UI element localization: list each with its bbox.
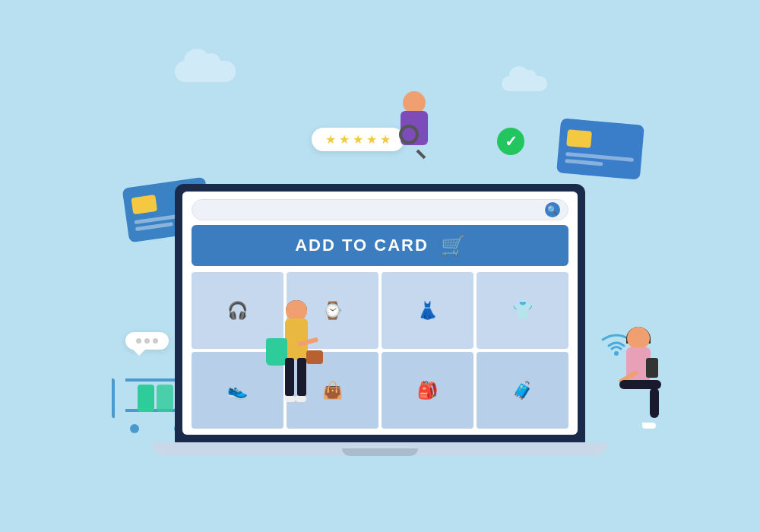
siw-legs — [619, 380, 665, 403]
star-3: ★ — [353, 132, 363, 147]
chat-dot-3 — [153, 338, 158, 344]
cloud-right — [502, 76, 547, 91]
chat-dot-2 — [144, 338, 150, 344]
siw-shoe — [642, 423, 656, 429]
siw-leg-vertical — [650, 388, 659, 418]
person-body — [401, 111, 428, 145]
cart-body — [125, 378, 179, 412]
product-grid: 🎧 ⌚ 👗 👕 👟 👜 🎒 🧳 — [182, 272, 578, 435]
sw-legs — [285, 358, 306, 396]
sw-body — [285, 318, 308, 360]
star-4: ★ — [366, 132, 377, 147]
chat-dot-1 — [136, 338, 141, 344]
star-2: ★ — [339, 132, 350, 147]
sw-purse — [306, 350, 323, 364]
check-badge: ✓ — [497, 128, 524, 155]
bag-2 — [157, 385, 173, 412]
credit-card-right — [556, 118, 644, 179]
siw-body — [626, 347, 651, 382]
search-bar[interactable]: 🔍 — [192, 199, 568, 220]
cloud-left — [175, 61, 236, 82]
sw-leg-left — [285, 358, 294, 396]
cart-icon: 🛒 — [441, 234, 465, 258]
product-luggage[interactable]: 🧳 — [477, 352, 568, 429]
magnifier-icon — [399, 125, 428, 154]
sw-shoe-right — [296, 396, 306, 402]
shopping-woman — [266, 300, 327, 452]
scene: ★ ★ ★ ★ ★ ✓ — [15, 15, 745, 517]
siw-head — [627, 327, 650, 350]
sw-bag — [266, 338, 287, 366]
product-tshirt[interactable]: 👕 — [477, 272, 568, 349]
star-1: ★ — [325, 132, 336, 147]
add-to-card-label: ADD TO CARD — [295, 236, 429, 255]
siw-phone — [646, 358, 658, 378]
laptop: 🔍 ADD TO CARD 🛒 🎧 ⌚ 👗 👕 👟 👜 🎒 🧳 — [175, 184, 585, 456]
laptop-base — [152, 442, 608, 456]
laptop-screen: 🔍 ADD TO CARD 🛒 🎧 ⌚ 👗 👕 👟 👜 🎒 🧳 — [175, 184, 585, 442]
sw-shoe-left — [285, 396, 296, 402]
sitting-woman — [604, 327, 673, 448]
bag-1 — [138, 385, 154, 412]
chat-bubble — [125, 332, 169, 350]
product-dress[interactable]: 👗 — [382, 272, 473, 349]
laptop-inner: 🔍 ADD TO CARD 🛒 🎧 ⌚ 👗 👕 👟 👜 🎒 🧳 — [182, 192, 578, 435]
sw-arm-right — [297, 337, 319, 347]
add-to-card-button[interactable]: ADD TO CARD 🛒 — [192, 225, 568, 266]
sw-leg-right — [297, 358, 306, 396]
search-icon: 🔍 — [545, 202, 560, 217]
product-backpack[interactable]: 🎒 — [382, 352, 473, 429]
cart-wheel-left — [130, 424, 139, 433]
